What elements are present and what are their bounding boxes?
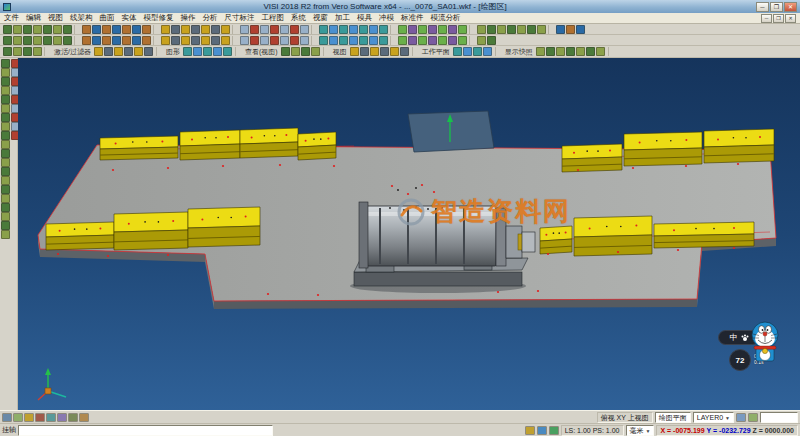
toolbar-icon[interactable]: [191, 25, 200, 34]
restore-button[interactable]: ❐: [770, 2, 783, 12]
status-tool-icon-1[interactable]: [736, 413, 746, 422]
toolbar-icon[interactable]: [556, 25, 565, 34]
snap-icon[interactable]: [525, 426, 535, 435]
toolbar-icon[interactable]: [359, 25, 368, 34]
toolbar-icon[interactable]: [13, 36, 22, 45]
toolbar-icon[interactable]: [102, 36, 111, 45]
menu-item-11[interactable]: 系统: [291, 13, 306, 23]
toolbar-icon[interactable]: [487, 36, 496, 45]
toolbar-icon[interactable]: [144, 47, 153, 56]
guide-block[interactable]: [624, 132, 702, 166]
toolbar-icon[interactable]: [290, 25, 299, 34]
toolbar-icon[interactable]: [380, 47, 389, 56]
toolbar-icon[interactable]: [201, 36, 210, 45]
viewport[interactable]: 智造资料网 中 72 0.2s 0.1s: [18, 58, 800, 410]
toolbar-icon[interactable]: [280, 36, 289, 45]
menu-item-3[interactable]: 线架构: [70, 13, 93, 23]
toolbar-icon[interactable]: [463, 47, 472, 56]
toolbar-icon[interactable]: [260, 36, 269, 45]
status-icon-6[interactable]: [68, 413, 78, 422]
toolbar-icon[interactable]: [596, 47, 605, 56]
toolbar-icon[interactable]: [576, 47, 585, 56]
toolbar-icon[interactable]: [477, 25, 486, 34]
left-toolbar-icon[interactable]: [1, 59, 10, 68]
guide-block[interactable]: [654, 222, 754, 248]
guide-block[interactable]: [100, 136, 178, 160]
toolbar-icon[interactable]: [270, 25, 279, 34]
toolbar-icon[interactable]: [483, 47, 492, 56]
toolbar-icon[interactable]: [63, 25, 72, 34]
toolbar-icon[interactable]: [33, 36, 42, 45]
toolbar-icon[interactable]: [114, 47, 123, 56]
menu-item-0[interactable]: 文件: [4, 13, 19, 23]
toolbar-icon[interactable]: [408, 36, 417, 45]
toolbar-icon[interactable]: [102, 25, 111, 34]
toolbar-icon[interactable]: [487, 25, 496, 34]
status-icon-7[interactable]: [79, 413, 89, 422]
menu-item-5[interactable]: 实体: [122, 13, 137, 23]
toolbar-icon[interactable]: [240, 25, 249, 34]
toolbar-icon[interactable]: [201, 25, 210, 34]
child-close-button[interactable]: ✕: [785, 14, 796, 23]
left-toolbar-icon[interactable]: [1, 230, 10, 239]
toolbar-icon[interactable]: [349, 36, 358, 45]
toolbar-icon[interactable]: [379, 25, 388, 34]
menu-item-13[interactable]: 加工: [335, 13, 350, 23]
toolbar-icon[interactable]: [270, 36, 279, 45]
toolbar-icon[interactable]: [507, 25, 516, 34]
toolbar-icon[interactable]: [536, 47, 545, 56]
toolbar-icon[interactable]: [134, 47, 143, 56]
ortho-icon[interactable]: [549, 426, 559, 435]
toolbar-icon[interactable]: [53, 36, 62, 45]
left-toolbar-icon[interactable]: [1, 77, 10, 86]
toolbar-icon[interactable]: [329, 36, 338, 45]
toolbar-icon[interactable]: [112, 36, 121, 45]
left-toolbar-icon[interactable]: [1, 221, 10, 230]
menu-item-15[interactable]: 冲模: [379, 13, 394, 23]
left-toolbar-icon[interactable]: [1, 158, 10, 167]
toolbar-icon[interactable]: [408, 25, 417, 34]
toolbar-icon[interactable]: [280, 25, 289, 34]
toolbar-icon[interactable]: [398, 36, 407, 45]
toolbar-icon[interactable]: [311, 47, 320, 56]
toolbar-icon[interactable]: [576, 25, 585, 34]
toolbar-icon[interactable]: [497, 25, 506, 34]
toolbar-icon[interactable]: [23, 47, 32, 56]
toolbar-icon[interactable]: [517, 25, 526, 34]
work-plane-cell[interactable]: 绘图平面: [655, 412, 691, 423]
toolbar-icon[interactable]: [586, 47, 595, 56]
toolbar-icon[interactable]: [537, 25, 546, 34]
toolbar-icon[interactable]: [221, 36, 230, 45]
toolbar-icon[interactable]: [92, 36, 101, 45]
left-toolbar-icon[interactable]: [1, 167, 10, 176]
menu-item-10[interactable]: 工程图: [262, 13, 285, 23]
left-toolbar-icon[interactable]: [1, 176, 10, 185]
status-icon-1[interactable]: [13, 413, 23, 422]
toolbar-icon[interactable]: [112, 25, 121, 34]
toolbar-icon[interactable]: [300, 36, 309, 45]
toolbar-icon[interactable]: [124, 47, 133, 56]
left-toolbar-icon[interactable]: [1, 212, 10, 221]
close-button[interactable]: ✕: [784, 2, 797, 12]
toolbar-icon[interactable]: [33, 47, 42, 56]
toolbar-icon[interactable]: [339, 36, 348, 45]
toolbar-icon[interactable]: [171, 36, 180, 45]
toolbar-icon[interactable]: [3, 25, 12, 34]
toolbar-icon[interactable]: [23, 36, 32, 45]
left-toolbar-icon[interactable]: [1, 185, 10, 194]
guide-block[interactable]: [188, 207, 260, 247]
toolbar-icon[interactable]: [211, 36, 220, 45]
toolbar-icon[interactable]: [301, 47, 310, 56]
status-icon-3[interactable]: [35, 413, 45, 422]
toolbar-icon[interactable]: [556, 47, 565, 56]
toolbar-icon[interactable]: [566, 25, 575, 34]
left-toolbar-icon[interactable]: [1, 122, 10, 131]
toolbar-icon[interactable]: [527, 25, 536, 34]
toolbar-icon[interactable]: [329, 25, 338, 34]
toolbar-icon[interactable]: [290, 36, 299, 45]
toolbar-icon[interactable]: [250, 36, 259, 45]
toolbar-icon[interactable]: [260, 25, 269, 34]
toolbar-icon[interactable]: [82, 25, 91, 34]
status-icon-0[interactable]: [2, 413, 12, 422]
toolbar-icon[interactable]: [23, 25, 32, 34]
